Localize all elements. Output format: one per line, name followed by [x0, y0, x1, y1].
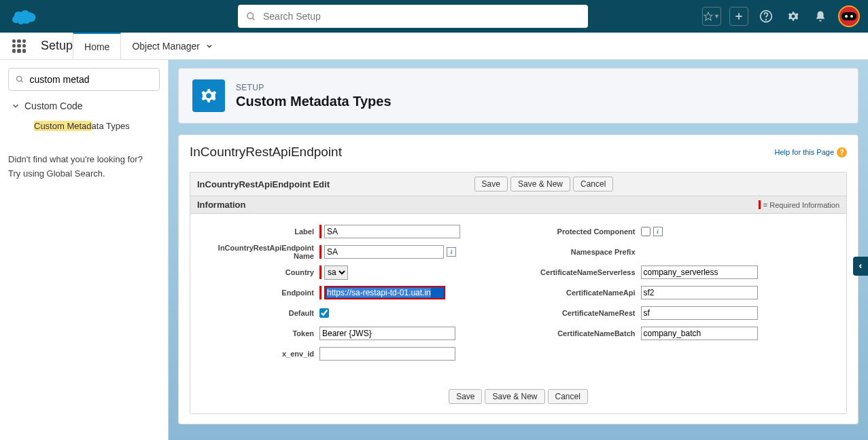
svg-line-8: [21, 81, 23, 83]
token-field[interactable]: [319, 327, 455, 340]
app-name: Setup: [41, 39, 73, 53]
tab-object-manager-label: Object Manager: [132, 41, 200, 52]
sidebar-item-custom-metadata-types[interactable]: Custom Metadata Types: [8, 117, 160, 135]
section-header-information: Information = Required Information: [190, 196, 846, 214]
main-layout: Custom Code Custom Metadata Types Didn't…: [0, 60, 868, 440]
svg-point-7: [17, 76, 22, 81]
form-body: Label InCountryRestApiEndpoint Name i Co…: [190, 214, 846, 384]
required-bar-icon: [759, 200, 761, 209]
header-actions: ▼: [702, 5, 860, 27]
cert-serverless-field[interactable]: [641, 265, 758, 279]
default-checkbox[interactable]: [319, 308, 329, 318]
endpoint-lbl: Endpoint: [197, 289, 319, 297]
cert-api-lbl: CertificateNameApi: [519, 289, 641, 297]
gear-icon: [192, 79, 225, 112]
cert-batch-field[interactable]: [641, 327, 758, 340]
svg-point-6: [766, 20, 767, 20]
side-collapse-tab[interactable]: [853, 257, 868, 276]
country-lbl: Country: [197, 268, 319, 276]
chevron-down-icon: [205, 42, 213, 50]
notifications-button[interactable]: [811, 7, 830, 26]
search-icon: [246, 12, 256, 22]
global-search-container: [238, 5, 588, 28]
sidebar-node-label: Custom Code: [24, 100, 83, 111]
help-button[interactable]: [757, 7, 776, 26]
content-area: SETUP Custom Metadata Types InCountryRes…: [169, 60, 868, 440]
cert-api-field[interactable]: [641, 286, 758, 299]
endpoint-value: https://sa-restapi-td-01.uat.in: [327, 288, 431, 297]
cancel-button[interactable]: Cancel: [573, 177, 613, 191]
endpoint-field[interactable]: https://sa-restapi-td-01.uat.in: [324, 286, 445, 299]
default-lbl: Default: [197, 309, 319, 317]
context-bar: Setup Home Object Manager: [0, 33, 868, 60]
save-button[interactable]: Save: [474, 177, 508, 191]
breadcrumb: SETUP: [236, 83, 392, 92]
edit-header: InCountryRestApiEndpoint Edit Save Save …: [190, 172, 846, 196]
sidebar: Custom Code Custom Metadata Types Didn't…: [0, 60, 169, 440]
section-title: Information: [197, 200, 246, 210]
app-launcher-icon[interactable]: [12, 39, 26, 53]
svg-point-0: [247, 12, 254, 18]
label-field[interactable]: [324, 225, 460, 238]
required-bar-icon: [319, 286, 322, 299]
chevron-down-icon: [11, 101, 20, 111]
edit-panel: InCountryRestApiEndpoint Edit Save Save …: [190, 172, 847, 414]
global-header: ▼: [0, 0, 868, 33]
ns-lbl: Namespace Prefix: [519, 248, 641, 256]
cert-batch-lbl: CertificateNameBatch: [519, 329, 641, 337]
user-avatar[interactable]: [838, 5, 860, 27]
page-header-text: SETUP Custom Metadata Types: [236, 83, 392, 109]
save-new-button[interactable]: Save & New: [510, 177, 570, 191]
xenv-lbl: x_env_id: [197, 350, 319, 358]
save-button[interactable]: Save: [449, 389, 482, 404]
sidebar-item-highlight: Custom Metad: [34, 121, 92, 131]
label-lbl: Label: [197, 227, 319, 236]
required-bar-icon: [319, 265, 322, 279]
top-button-group: Save Save & New Cancel: [474, 177, 614, 191]
cert-rest-lbl: CertificateNameRest: [519, 309, 641, 317]
help-for-page-link[interactable]: Help for this Page ?: [775, 147, 847, 158]
protected-checkbox[interactable]: [641, 227, 650, 236]
sidebar-quickfind[interactable]: [8, 68, 160, 91]
svg-line-1: [252, 18, 254, 20]
favorites-button[interactable]: ▼: [702, 7, 721, 26]
right-column: Protected Component i Namespace Prefix C…: [519, 223, 840, 366]
name-lbl: InCountryRestApiEndpoint Name: [197, 244, 319, 260]
tab-home[interactable]: Home: [73, 32, 121, 59]
settings-button[interactable]: [784, 7, 803, 26]
cancel-button[interactable]: Cancel: [548, 389, 588, 404]
required-bar-icon: [319, 225, 322, 238]
tab-object-manager[interactable]: Object Manager: [121, 33, 224, 60]
page-title-row: InCountryRestApiEndpoint Help for this P…: [190, 145, 847, 160]
help-question-icon: ?: [837, 147, 847, 158]
no-results-line2: Try using Global Search.: [8, 167, 160, 181]
global-search-input[interactable]: [263, 11, 580, 22]
sidebar-no-results: Didn't find what you're looking for? Try…: [8, 153, 160, 181]
add-button[interactable]: [729, 7, 748, 26]
help-link-label: Help for this Page: [775, 148, 834, 156]
no-results-line1: Didn't find what you're looking for?: [8, 153, 160, 167]
sidebar-quickfind-input[interactable]: [30, 74, 152, 85]
global-search[interactable]: [238, 5, 588, 28]
required-legend: = Required Information: [759, 200, 839, 209]
page-header: SETUP Custom Metadata Types: [178, 68, 858, 124]
api-name-field[interactable]: [324, 245, 444, 259]
page-title: InCountryRestApiEndpoint: [190, 145, 342, 160]
xenv-field[interactable]: [319, 347, 455, 361]
info-icon[interactable]: i: [447, 247, 456, 257]
edit-header-title: InCountryRestApiEndpoint Edit: [197, 179, 330, 189]
protected-lbl: Protected Component: [519, 227, 641, 236]
save-new-button[interactable]: Save & New: [485, 389, 544, 404]
info-icon[interactable]: i: [653, 227, 663, 236]
salesforce-logo: [12, 7, 37, 25]
cert-rest-field[interactable]: [641, 306, 758, 320]
sidebar-item-rest: ata Types: [92, 121, 130, 131]
svg-marker-2: [704, 12, 712, 20]
chevron-left-icon: [857, 263, 864, 270]
detail-card: InCountryRestApiEndpoint Help for this P…: [178, 134, 858, 424]
country-select[interactable]: sa: [324, 265, 348, 280]
required-bar-icon: [319, 245, 322, 259]
sidebar-node-custom-code[interactable]: Custom Code: [8, 95, 160, 117]
bottom-button-group: Save Save & New Cancel: [190, 384, 846, 414]
token-lbl: Token: [197, 329, 319, 337]
